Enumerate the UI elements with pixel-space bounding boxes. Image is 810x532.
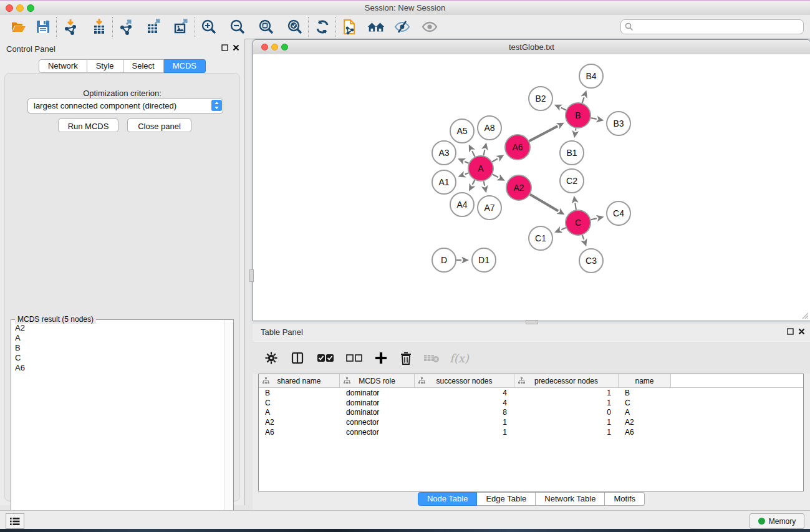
splitter-handle-vertical[interactable]	[249, 269, 254, 282]
edge-C-C4[interactable]	[591, 218, 596, 220]
task-history-button[interactable]	[6, 513, 24, 529]
node-label-A7: A7	[484, 203, 494, 213]
result-item[interactable]: A	[11, 332, 224, 342]
resize-grip-icon[interactable]	[800, 311, 809, 319]
mcds-result-group: MCDS result (5 nodes) A2ABCA6	[11, 319, 234, 531]
result-scrollbar[interactable]	[224, 320, 233, 531]
edge-A-A4[interactable]	[473, 180, 475, 185]
cell-name: A2	[619, 418, 671, 427]
import-table-icon	[91, 18, 107, 36]
result-item[interactable]: A2	[11, 322, 224, 332]
edge-A-A3[interactable]	[465, 162, 469, 163]
edge-A6-B[interactable]	[529, 126, 558, 141]
edge-A-A5[interactable]	[472, 151, 475, 157]
search-input[interactable]	[636, 21, 801, 33]
show-all-button[interactable]	[420, 17, 439, 36]
edge-B-B1[interactable]	[576, 128, 576, 131]
function-builder-fx[interactable]: f(x)	[450, 352, 469, 365]
mcds-result-list: A2ABCA6	[11, 322, 224, 531]
open-session-button[interactable]	[9, 17, 27, 36]
node-label-A6: A6	[512, 142, 523, 152]
search-field[interactable]	[620, 19, 804, 34]
tab-node-table[interactable]: Node Table	[418, 492, 478, 506]
edge-A-A7[interactable]	[484, 181, 485, 185]
result-item[interactable]: B	[11, 342, 224, 352]
column-header-successor-nodes[interactable]: successor nodes	[415, 374, 514, 387]
export-table-icon	[145, 18, 163, 36]
edge-B-B2[interactable]	[561, 108, 566, 110]
column-header-shared-name[interactable]: shared name	[259, 374, 340, 387]
show-columns-icon[interactable]	[291, 352, 304, 364]
result-item[interactable]: A6	[11, 362, 224, 372]
column-header-name[interactable]: name	[619, 374, 671, 387]
save-session-icon	[36, 19, 51, 34]
node-label-A1: A1	[438, 177, 449, 187]
edge-A2-C[interactable]	[530, 195, 558, 211]
tab-motifs[interactable]: Motifs	[605, 492, 645, 506]
edge-A-A8[interactable]	[483, 150, 485, 155]
cell-MCDS-role: connector	[340, 418, 415, 427]
criterion-select[interactable]: largest connected component (directed)	[27, 99, 223, 114]
select-all-columns-icon[interactable]	[317, 354, 334, 362]
float-table-panel-icon[interactable]	[787, 328, 794, 335]
zoom-fit-button[interactable]	[257, 17, 276, 36]
edge-A-A1[interactable]	[465, 173, 469, 174]
zoom-out-button[interactable]	[228, 17, 247, 36]
column-header-predecessor-nodes[interactable]: predecessor nodes	[514, 374, 619, 387]
tab-style[interactable]: Style	[87, 59, 123, 73]
export-network-icon	[118, 18, 135, 36]
table-row[interactable]: Adominator80A	[259, 408, 803, 418]
edge-B-B4[interactable]	[582, 97, 584, 103]
delete-table-icon[interactable]	[423, 353, 440, 363]
column-type-icon	[418, 377, 425, 384]
close-panel-button[interactable]: Close panel	[127, 118, 191, 132]
delete-column-trash-icon[interactable]	[400, 351, 412, 365]
table-row[interactable]: Bdominator41B	[259, 388, 803, 398]
tab-network[interactable]: Network	[39, 59, 87, 73]
hide-selected-button[interactable]	[393, 17, 412, 36]
save-session-button[interactable]	[34, 17, 52, 36]
search-icon	[625, 22, 634, 31]
edge-C-C3[interactable]	[582, 235, 584, 239]
table-row[interactable]: A6connector11A6	[259, 427, 803, 437]
export-image-button[interactable]	[172, 17, 191, 36]
column-header-MCDS-role[interactable]: MCDS role	[340, 374, 415, 387]
refresh-layout-button[interactable]	[313, 17, 332, 36]
import-table-button[interactable]	[90, 17, 108, 36]
first-neighbors-button[interactable]	[367, 17, 385, 36]
run-mcds-button[interactable]: Run MCDS	[58, 118, 118, 132]
close-panel-icon[interactable]	[233, 44, 239, 51]
tab-network-table[interactable]: Network Table	[536, 492, 605, 506]
float-panel-icon[interactable]	[221, 44, 228, 51]
edge-C-C2[interactable]	[575, 203, 576, 210]
memory-button[interactable]: Memory	[750, 513, 804, 529]
edge-A-A2[interactable]	[493, 175, 498, 178]
unselect-all-columns-icon[interactable]	[346, 354, 362, 362]
edge-A-A6[interactable]	[492, 158, 498, 162]
tab-mcds[interactable]: MCDS	[164, 59, 206, 73]
result-item[interactable]: C	[11, 352, 224, 362]
table-settings-gear-icon[interactable]	[265, 352, 277, 364]
cell-shared-name: A	[259, 408, 340, 417]
import-network-button[interactable]	[61, 17, 80, 36]
node-table-body: Bdominator41BCdominator41CAdominator80AA…	[259, 388, 803, 437]
tab-edge-table[interactable]: Edge Table	[477, 492, 536, 506]
edge-C-C1[interactable]	[561, 228, 566, 230]
memory-status-icon	[758, 518, 765, 525]
network-canvas[interactable]: AA1A2A3A4A5A6A7A8BB1B2B3B4CC1C2C3C4DD1	[253, 54, 810, 321]
table-row[interactable]: A2connector11A2	[259, 417, 803, 427]
export-network-button[interactable]	[117, 17, 136, 36]
node-label-A5: A5	[456, 126, 467, 136]
zoom-in-button[interactable]	[200, 17, 218, 36]
close-table-panel-icon[interactable]	[798, 328, 805, 335]
export-table-button[interactable]	[145, 17, 163, 36]
table-row[interactable]: Cdominator41C	[259, 398, 803, 408]
new-network-from-file-button[interactable]	[340, 17, 359, 36]
cell-successor-nodes: 4	[415, 399, 514, 407]
tab-select[interactable]: Select	[123, 59, 164, 73]
zoom-selected-button[interactable]	[286, 17, 304, 36]
node-label-B4: B4	[586, 71, 596, 81]
edge-B-B3[interactable]	[591, 118, 597, 119]
create-column-plus-icon[interactable]	[375, 352, 387, 364]
splitter-handle-horizontal[interactable]	[526, 320, 538, 324]
